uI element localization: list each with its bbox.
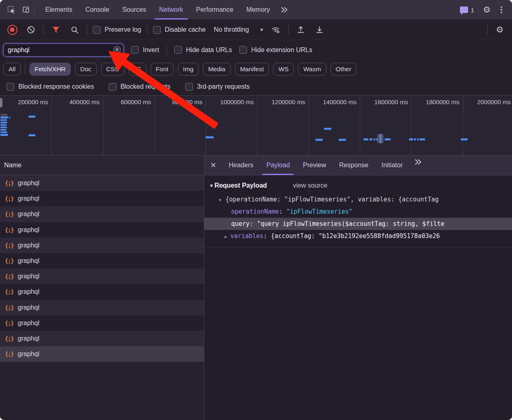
view-source-link[interactable]: view source [293, 182, 327, 189]
chip-css[interactable]: CSS [101, 63, 125, 76]
payload-colon: : [249, 220, 257, 228]
export-har-icon[interactable] [313, 23, 326, 36]
more-panels-icon[interactable] [278, 3, 291, 16]
tab-performance[interactable]: Performance [190, 0, 240, 20]
table-row[interactable]: {;}graphql [0, 331, 204, 346]
waterfall-bar [0, 116, 8, 118]
request-name: graphql [18, 195, 39, 202]
request-name: graphql [18, 335, 39, 342]
3rd-party-requests-checkbox[interactable]: 3rd-party requests [185, 83, 250, 91]
chip-font[interactable]: Font [151, 63, 174, 76]
close-icon[interactable]: ✕ [204, 155, 222, 175]
tab-memory[interactable]: Memory [240, 0, 276, 20]
payload-row[interactable]: query: "query ipFlowTimeseries($accountT… [204, 218, 512, 230]
tab-initiator[interactable]: Initiator [375, 155, 409, 175]
tab-network[interactable]: Network [153, 0, 190, 20]
disable-cache-checkbox[interactable]: Disable cache [153, 26, 206, 34]
name-column-header[interactable]: Name [0, 155, 204, 175]
table-row[interactable]: {;}graphql [0, 222, 204, 238]
network-settings-gear-icon[interactable]: ⚙ [493, 23, 506, 36]
more-detail-tabs-icon[interactable] [412, 155, 425, 168]
settings-gear-icon[interactable]: ⚙ [480, 3, 493, 16]
request-name: graphql [18, 304, 39, 311]
table-row[interactable]: {;}graphql [0, 269, 204, 284]
chip-other[interactable]: Other [330, 63, 357, 76]
clear-network-log-icon[interactable] [24, 23, 37, 36]
requests-panel: Name {;}graphql{;}graphql{;}graphql{;}gr… [0, 155, 204, 420]
tab-sources[interactable]: Sources [116, 0, 153, 20]
chip-media[interactable]: Media [203, 63, 230, 76]
tab-payload[interactable]: Payload [260, 155, 296, 175]
table-row[interactable]: {;}graphql [0, 238, 204, 253]
waterfall-bar [363, 138, 368, 140]
filter-input-wrap: ✕ [3, 44, 124, 57]
device-toolbar-icon[interactable] [20, 3, 33, 16]
waterfall-bar [409, 138, 413, 140]
preserve-log-checkbox[interactable]: Preserve log [93, 26, 141, 34]
timeline-column: 2000000 ms [463, 96, 512, 155]
search-icon[interactable] [68, 23, 81, 36]
tab-headers[interactable]: Headers [222, 155, 260, 175]
timeline-tick-label: 200000 ms [18, 98, 48, 105]
clear-filter-icon[interactable]: ✕ [113, 46, 121, 54]
waterfall-bar [0, 127, 7, 128]
table-row[interactable]: {;}graphql [0, 253, 204, 269]
blocked-response-cookies-checkbox[interactable]: Blocked response cookies [7, 83, 94, 91]
import-har-icon[interactable] [294, 23, 307, 36]
blocked-requests-checkbox[interactable]: Blocked requests [109, 83, 171, 91]
network-conditions-icon[interactable] [269, 23, 282, 36]
waterfall-bar [0, 131, 7, 133]
waterfall-bar [9, 117, 10, 118]
table-row[interactable]: {;}graphql [0, 284, 204, 300]
chip-js[interactable]: JS [129, 63, 147, 76]
table-row[interactable]: {;}graphql [0, 315, 204, 331]
timeline-tick-label: 400000 ms [69, 98, 99, 105]
triangle-down-icon: ▼ [219, 194, 221, 206]
request-name: graphql [18, 257, 39, 265]
waterfall-bar [0, 134, 8, 136]
chip-wasm[interactable]: Wasm [298, 63, 326, 76]
hide-extension-urls-checkbox[interactable]: Hide extension URLs [239, 46, 312, 54]
chip-ws[interactable]: WS [273, 63, 294, 76]
fetch-xhr-icon: {;} [5, 227, 13, 233]
table-row[interactable]: {;}graphql [0, 300, 204, 315]
divider [87, 24, 87, 35]
tab-preview[interactable]: Preview [296, 155, 333, 175]
throttling-dropdown[interactable]: No throttling ▼ [214, 26, 264, 33]
table-row[interactable]: {;}graphql [0, 346, 204, 362]
hide-data-urls-checkbox[interactable]: Hide data URLs [174, 46, 232, 54]
request-name: graphql [18, 288, 39, 295]
fetch-xhr-icon: {;} [5, 211, 13, 217]
payload-preview-line[interactable]: ▼{operationName: "ipFlowTimeseries", var… [204, 193, 512, 206]
tab-response[interactable]: Response [333, 155, 375, 175]
chip-all[interactable]: All [3, 63, 21, 76]
kebab-menu-icon[interactable] [495, 3, 508, 16]
network-overview-timeline[interactable]: 200000 ms400000 ms600000 ms800000 ms1000… [0, 96, 512, 155]
payload-row[interactable]: ▶variables: {accountTag: "b12e3b2192ee55… [204, 230, 512, 242]
chip-img[interactable]: Img [178, 63, 199, 76]
tab-elements[interactable]: Elements [39, 0, 79, 20]
chip-fetchxhr[interactable]: Fetch/XHR [29, 63, 71, 76]
request-name: graphql [18, 350, 39, 358]
divider [166, 45, 167, 55]
filter-icon[interactable] [49, 23, 62, 36]
chip-manifest[interactable]: Manifest [235, 63, 269, 76]
divider [478, 4, 479, 15]
waterfall-bar [28, 134, 35, 136]
tab-console[interactable]: Console [79, 0, 116, 20]
devtools-window: ElementsConsoleSourcesNetworkPerformance… [0, 0, 512, 420]
table-row[interactable]: {;}graphql [0, 206, 204, 222]
network-main: Name {;}graphql{;}graphql{;}graphql{;}gr… [0, 155, 512, 420]
inspect-element-icon[interactable] [5, 3, 18, 16]
request-payload-section[interactable]: ▼ Request Payload view source [209, 182, 512, 189]
table-row[interactable]: {;}graphql [0, 191, 204, 206]
payload-row[interactable]: operationName: "ipFlowTimeseries" [204, 206, 512, 218]
filter-input[interactable] [3, 44, 124, 57]
invert-checkbox[interactable]: Invert [131, 46, 159, 54]
waterfall-bar [0, 129, 7, 131]
table-row[interactable]: {;}graphql [0, 175, 204, 191]
chip-doc[interactable]: Doc [75, 63, 97, 76]
divider [288, 24, 289, 35]
issues-button[interactable]: 1 [457, 7, 477, 13]
record-network-log-icon[interactable] [6, 23, 19, 36]
